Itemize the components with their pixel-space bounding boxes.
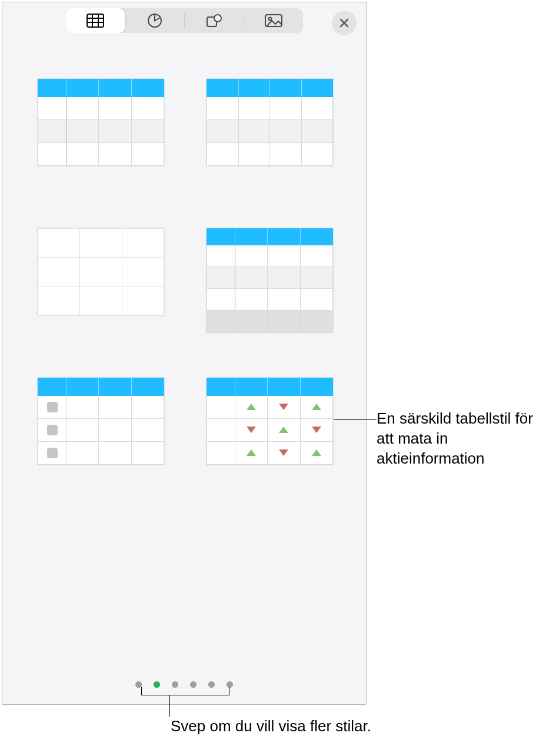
table-style-blue-header-alt[interactable]	[38, 79, 164, 166]
triangle-up-icon	[279, 427, 288, 433]
triangle-up-icon	[247, 449, 256, 456]
table-style-stocks[interactable]	[207, 378, 333, 465]
table-style-checklist[interactable]	[38, 378, 164, 465]
svg-point-7	[214, 15, 221, 22]
table-icon	[86, 14, 104, 28]
close-button[interactable]	[332, 11, 357, 35]
triangle-down-icon	[312, 427, 321, 433]
table-style-no-header[interactable]	[38, 228, 164, 315]
table-styles-grid	[2, 39, 366, 465]
triangle-up-icon	[312, 404, 321, 410]
media-icon	[265, 14, 282, 27]
checkbox-icon	[47, 425, 58, 435]
insert-panel	[2, 2, 367, 705]
table-style-header-footer[interactable]	[207, 228, 333, 315]
table-style-blue-header-plain[interactable]	[207, 79, 333, 166]
chart-icon	[147, 13, 162, 28]
triangle-down-icon	[279, 449, 288, 456]
checkbox-icon	[47, 448, 58, 458]
triangle-down-icon	[247, 427, 256, 433]
close-icon	[339, 18, 349, 28]
triangle-up-icon	[247, 404, 256, 410]
checkbox-icon	[47, 402, 58, 412]
triangle-down-icon	[279, 404, 288, 410]
callout-bracket-stem	[169, 695, 170, 717]
tab-table[interactable]	[66, 8, 125, 33]
shape-icon	[206, 14, 222, 28]
callout-stock-style: En särskild tabellstil för att mata in a…	[377, 409, 546, 468]
insert-category-segmented	[66, 8, 303, 33]
svg-rect-0	[87, 14, 104, 27]
callout-bracket	[141, 687, 229, 695]
triangle-up-icon	[312, 449, 321, 456]
callout-swipe-hint: Svep om du vill visa fler stilar.	[171, 717, 371, 737]
tab-chart[interactable]	[125, 8, 184, 33]
tab-media[interactable]	[244, 8, 303, 33]
svg-point-9	[268, 18, 271, 21]
tab-shape[interactable]	[185, 8, 244, 33]
insert-toolbar	[2, 2, 366, 39]
callout-leader-line	[334, 419, 377, 420]
